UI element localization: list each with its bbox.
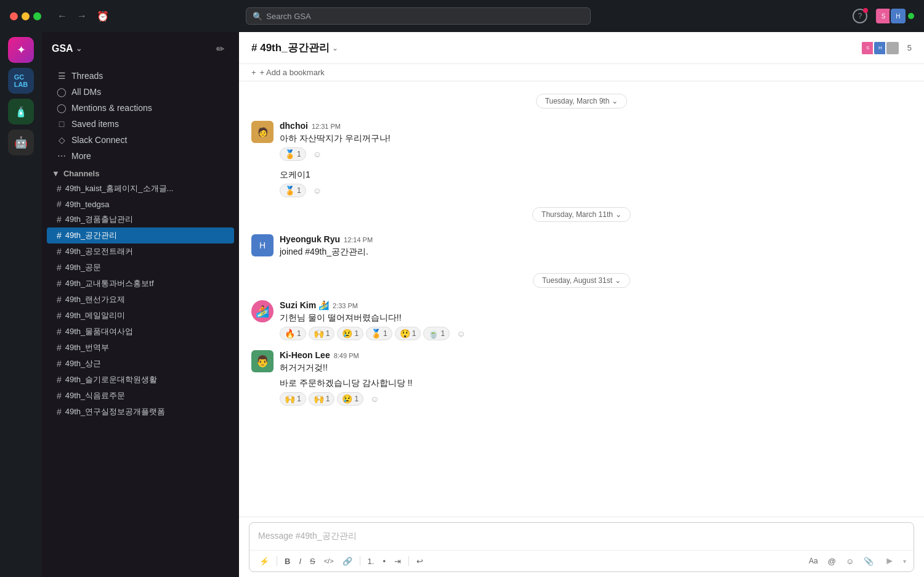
- indent-button[interactable]: ⇥: [391, 554, 405, 568]
- sidebar-item-mentions[interactable]: ◯ Mentions & reactions: [47, 100, 234, 116]
- reaction-item[interactable]: 😢1: [337, 327, 363, 340]
- bookmark-bar[interactable]: + + Add a bookmark: [239, 64, 924, 81]
- mention-button[interactable]: @: [824, 554, 840, 568]
- app-icon-gclab[interactable]: GCLAB: [8, 68, 34, 94]
- search-bar[interactable]: 🔍 Search GSA: [246, 7, 591, 25]
- channel-item-sanggeun[interactable]: # 49th_상근: [47, 356, 234, 372]
- avatar-dhchoi: 🧑: [251, 121, 274, 143]
- channel-item-tedgsa[interactable]: # 49th_tedgsa: [47, 197, 234, 211]
- msg-time-kiheon: 8:49 PM: [334, 352, 359, 359]
- channel-item-sigeumryo[interactable]: # 49th_식음료주문: [47, 388, 234, 404]
- channel-item-yeongu[interactable]: # 49th_연구실정보공개플랫폼: [47, 404, 234, 420]
- hash-icon: #: [57, 279, 62, 288]
- bold-button[interactable]: B: [281, 554, 294, 568]
- sidebar-item-all-dms[interactable]: ◯ All DMs: [47, 84, 234, 100]
- member-avatars[interactable]: S H: [861, 41, 900, 55]
- channel-item-gyeongpum[interactable]: # 49th_경품출납관리: [47, 211, 234, 227]
- maximize-button[interactable]: [33, 12, 41, 20]
- new-message-button[interactable]: ✏: [211, 39, 229, 58]
- reaction-item[interactable]: 🏅 1: [280, 147, 306, 161]
- date-pill-3[interactable]: Tuesday, August 31st ⌄: [533, 273, 630, 288]
- channel-item-gonggwan[interactable]: # 49th_공간관리: [47, 227, 234, 243]
- date-divider-1: Tuesday, March 9th ⌄: [239, 86, 924, 116]
- reaction-item[interactable]: 🏅 1: [280, 184, 306, 197]
- back-button[interactable]: ←: [55, 8, 70, 25]
- channel-item-ranson[interactable]: # 49th_랜선가요제: [47, 292, 234, 308]
- workspace-main-icon[interactable]: ✦: [8, 37, 34, 63]
- reaction-item[interactable]: 🔥1: [280, 327, 306, 340]
- message-input-placeholder[interactable]: Message #49th_공간관리: [249, 523, 914, 550]
- channel-item-mulpum[interactable]: # 49th_물품대여사업: [47, 324, 234, 340]
- app-icon-robot[interactable]: 🤖: [8, 129, 34, 155]
- app-icon-suzi[interactable]: 🧴: [8, 99, 34, 125]
- msg-header-suzi: Suzi Kim 🏄 2:33 PM: [280, 300, 912, 310]
- add-reaction-button[interactable]: ☺: [452, 327, 469, 340]
- hash-icon: #: [57, 231, 62, 240]
- send-button[interactable]: ►: [880, 553, 899, 569]
- channels-section-header[interactable]: ▼ Channels: [42, 164, 239, 181]
- sidebar-item-saved[interactable]: □ Saved items: [47, 116, 234, 132]
- sidebar-item-more[interactable]: ⋯ More: [47, 148, 234, 164]
- reaction-item[interactable]: 🍵1: [423, 327, 450, 340]
- add-reaction-button[interactable]: ☺: [309, 184, 326, 197]
- workspace-name[interactable]: GSA ⌄: [52, 43, 82, 54]
- channel-title[interactable]: # 49th_공간관리 ⌄: [251, 41, 338, 55]
- help-button[interactable]: ?: [853, 9, 867, 23]
- add-reaction-button[interactable]: ☺: [309, 147, 326, 161]
- hash-icon: #: [57, 184, 62, 194]
- channel-header-right: S H 5: [861, 41, 912, 55]
- message-input-area: Message #49th_공간관리 ⚡ B I S </> 🔗 1. • ⇥ …: [239, 517, 924, 577]
- send-dropdown-button[interactable]: ▾: [902, 555, 907, 567]
- unordered-list-button[interactable]: •: [379, 554, 389, 568]
- add-reaction-button[interactable]: ☺: [366, 392, 383, 406]
- lightning-button[interactable]: ⚡: [256, 554, 273, 568]
- channel-name: 49th_슬기로운대학원생활: [65, 374, 158, 385]
- msg-dhchoi-followup: 오케이1 🏅 1 ☺: [239, 166, 924, 200]
- forward-button[interactable]: →: [75, 8, 89, 25]
- attach-button[interactable]: 📎: [860, 554, 877, 568]
- sidebar-item-slack-connect[interactable]: ◇ Slack Connect: [47, 132, 234, 148]
- code-button[interactable]: </>: [320, 555, 338, 567]
- emoji-button[interactable]: ☺: [842, 554, 857, 568]
- msg-author-kiheon: Ki-Heon Lee: [280, 350, 330, 360]
- channel-item-seulgi[interactable]: # 49th_슬기로운대학원생활: [47, 372, 234, 388]
- reaction-count: 1: [297, 186, 301, 195]
- sidebar-item-threads[interactable]: ☰ Threads: [47, 68, 234, 84]
- all-dms-label: All DMs: [71, 87, 101, 97]
- date-divider-3: Tuesday, August 31st ⌄: [239, 266, 924, 295]
- italic-button[interactable]: I: [295, 554, 305, 568]
- strike-button[interactable]: S: [306, 554, 319, 568]
- toolbar-divider-1: [277, 556, 277, 566]
- reaction-item[interactable]: 🏅1: [366, 327, 392, 340]
- reaction-emoji: 🔥: [285, 329, 295, 338]
- messages-area[interactable]: Tuesday, March 9th ⌄ 🧑 dhchoi 12:31 PM 아…: [239, 81, 924, 517]
- date-pill-1[interactable]: Tuesday, March 9th ⌄: [536, 94, 628, 108]
- channel-item-gongmun[interactable]: # 49th_공문: [47, 260, 234, 276]
- member-avatar-3: [885, 41, 900, 55]
- reaction-item[interactable]: 🙌1: [309, 392, 335, 406]
- channel-item-bonyeok[interactable]: # 49th_번역부: [47, 340, 234, 356]
- minimize-button[interactable]: [22, 12, 30, 20]
- close-button[interactable]: [10, 12, 18, 20]
- channel-item-gyonae[interactable]: # 49th_교내통과버스홍보tf: [47, 276, 234, 292]
- reaction-item[interactable]: 🙌1: [309, 327, 335, 340]
- reaction-item[interactable]: 🙌1: [280, 392, 306, 406]
- search-placeholder: Search GSA: [266, 12, 310, 21]
- main-content: # 49th_공간관리 ⌄ S H 5 + + Add a bookmark: [239, 32, 924, 577]
- reaction-item[interactable]: 😢1: [337, 392, 363, 406]
- channel-item-mail[interactable]: # 49th_메일알리미: [47, 308, 234, 324]
- hash-icon: #: [57, 215, 62, 224]
- font-size-button[interactable]: Aa: [805, 554, 822, 568]
- reaction-item[interactable]: 😲1: [395, 327, 421, 340]
- msg-text-hyeonguk: joined #49th_공간관리.: [280, 245, 912, 258]
- bookmark-label: + Add a bookmark: [260, 68, 325, 77]
- date-pill-2[interactable]: Thursday, March 11th ⌄: [532, 207, 631, 222]
- undo-button[interactable]: ↩: [413, 554, 427, 568]
- threads-icon: ☰: [57, 71, 67, 81]
- channel-item-gongmo[interactable]: # 49th_공모전트래커: [47, 243, 234, 260]
- msg-content-suzi: Suzi Kim 🏄 2:33 PM 기헌님 물이 떨어져버렸습니다!! 🔥1 …: [280, 300, 912, 340]
- link-button[interactable]: 🔗: [339, 554, 356, 568]
- ordered-list-button[interactable]: 1.: [364, 554, 378, 568]
- history-button[interactable]: ⏰: [94, 8, 111, 25]
- channel-item-kaist[interactable]: # 49th_kaist_홈페이지_소개글...: [47, 181, 234, 197]
